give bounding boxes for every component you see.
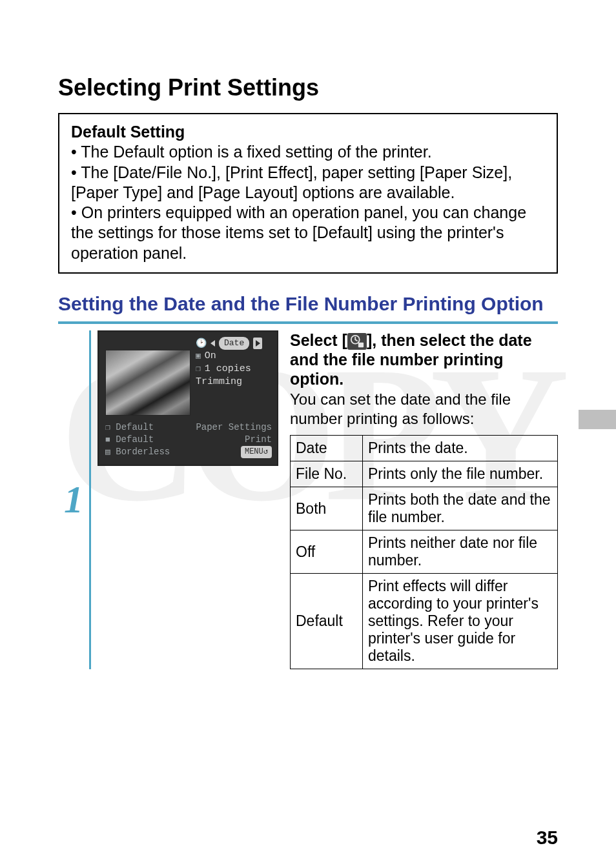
copies-icon: ❐ [196,363,201,376]
screenshot-menu: 🕑 Date ▣ On ❐ 1 copies Trimming [196,337,272,389]
layout-icon: ■ [105,435,110,445]
step-description: You can set the date and the file number… [290,390,558,429]
step-rule [58,321,558,324]
step-number: 1 [58,330,91,669]
borderless-icon: ▤ [105,447,110,457]
bullet-item: The Default option is a fixed setting of… [71,142,545,162]
triangle-left-icon [210,340,215,347]
bottom-row-2: ■ Default Print [105,434,272,446]
table-row: Date Prints the date. [291,436,558,461]
bullet-item: On printers equipped with an operation p… [71,203,545,263]
default-setting-heading: Default Setting [71,122,545,142]
table-row: File No. Prints only the file number. [291,461,558,487]
camera-screenshot: 🕑 Date ▣ On ❐ 1 copies Trimming [98,330,278,466]
opt-val: Prints both the date and the file number… [363,487,558,530]
opt-key: Default [291,574,363,669]
menu-copies-label: 1 copies [205,363,251,376]
default-setting-box: Default Setting The Default option is a … [58,113,558,274]
opt-key: File No. [291,461,363,487]
page-title: Selecting Print Settings [58,74,558,101]
svg-rect-1 [358,343,364,347]
table-row: Both Prints both the date and the file n… [291,487,558,530]
bottom-print: Print [245,434,272,446]
bottom-row-3: ▤ Borderless MENU ↺ [105,446,272,458]
edge-tab [579,410,616,429]
menu-button: MENU ↺ [241,446,272,458]
bottom-borderless: Borderless [116,447,170,457]
opt-val: Prints the date. [363,436,558,461]
bottom-paper-settings: Paper Settings [196,421,272,434]
triangle-right-icon [256,340,260,347]
step-right-column: Select [ ], then select the date and the… [290,330,558,669]
bullet-item: The [Date/File No.], [Print Effect], pap… [71,163,545,203]
opt-key: Off [291,530,363,574]
table-row: Default Print effects will differ accord… [291,574,558,669]
step-instruction: Select [ ], then select the date and the… [290,330,558,389]
menu-row-on: ▣ On [196,350,272,363]
menu-trimming-label: Trimming [196,376,242,389]
bottom-default-1: Default [116,422,154,432]
opt-val: Print effects will differ according to y… [363,574,558,669]
options-table: Date Prints the date. File No. Prints on… [290,435,558,669]
bottom-row-1: ❐ Default Paper Settings [105,421,272,434]
screenshot-bottom-menu: ❐ Default Paper Settings ■ Default Print… [105,421,272,458]
menu-row-date: 🕑 Date [196,337,272,350]
triangle-right-box [253,338,262,349]
table-row: Off Prints neither date nor file number. [291,530,558,574]
screenshot-thumbnail [105,350,190,416]
paper-icon: ❐ [105,423,110,432]
default-setting-bullets: The Default option is a fixed setting of… [71,142,545,263]
printeffect-icon: ▣ [196,350,201,363]
page-number: 35 [537,827,558,849]
menu-row-trimming: Trimming [196,376,272,389]
date-file-icon [347,333,367,350]
menu-row-copies: ❐ 1 copies [196,363,272,376]
page: COPY Selecting Print Settings Default Se… [0,0,616,868]
opt-key: Both [291,487,363,530]
step-row: 1 🕑 Date ▣ On ❐ [58,330,558,669]
bottom-default-2: Default [116,434,154,445]
page-content: Selecting Print Settings Default Setting… [58,74,558,669]
menu-date-pill: Date [219,337,249,350]
step-instr-pre: Select [ [290,331,347,349]
opt-key: Date [291,436,363,461]
opt-val: Prints only the file number. [363,461,558,487]
subsection-heading: Setting the Date and the File Number Pri… [58,293,558,315]
clock-icon: 🕑 [196,337,207,350]
menu-on-label: On [205,350,216,363]
opt-val: Prints neither date nor file number. [363,530,558,574]
